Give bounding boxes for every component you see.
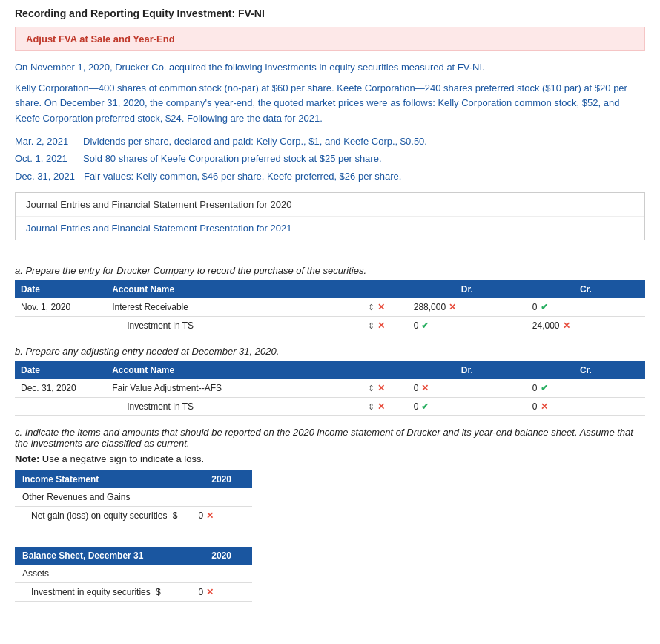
income-row2-label: Net gain (loss) on equity securities $ bbox=[15, 507, 191, 525]
event-date-1: Mar. 2, 2021 bbox=[15, 133, 74, 150]
cr-cell-b1: 0 ✔ bbox=[527, 379, 645, 398]
balance-row2-value: 0 ✕ bbox=[191, 583, 252, 602]
balance-value: 0 bbox=[198, 587, 203, 597]
cr-cell-b2: 0 ✕ bbox=[527, 398, 645, 416]
dr-value-a1: 288,000 bbox=[414, 302, 446, 312]
remove-icon-a1[interactable]: ✕ bbox=[377, 302, 385, 312]
date-cell-a1: Nov. 1, 2020 bbox=[15, 298, 106, 317]
cr-value-b2: 0 bbox=[532, 401, 538, 412]
note-text: Use a negative sign to indicate a loss. bbox=[39, 453, 204, 464]
intro-line1: On November 1, 2020, Drucker Co. acquire… bbox=[15, 60, 645, 75]
tab-2020[interactable]: Journal Entries and Financial Statement … bbox=[16, 193, 644, 217]
arrow-up-icon-a2[interactable]: ⇕ bbox=[368, 321, 374, 331]
section-c-label: c. Indicate the items and amounts that s… bbox=[15, 427, 645, 449]
col-cr-b: Cr. bbox=[527, 361, 645, 379]
cr-value-b1: 0 bbox=[532, 383, 538, 393]
controls-cell-a1: ⇕ ✕ bbox=[362, 298, 408, 317]
dr-value-b2: 0 bbox=[414, 401, 419, 412]
dr-value-a2: 0 bbox=[414, 321, 419, 331]
dr-cell-a2: 0 ✔ bbox=[408, 317, 527, 335]
account-cell-a1: Interest Receivable bbox=[106, 298, 362, 317]
controls-cell-b1: ⇕ ✕ bbox=[362, 379, 408, 398]
tab-row: Journal Entries and Financial Statement … bbox=[16, 193, 644, 240]
balance-x-icon[interactable]: ✕ bbox=[206, 587, 214, 597]
section-b-table: Date Account Name Dr. Cr. Dec. 31, 2020 … bbox=[15, 361, 645, 416]
section-a-label: a. Prepare the entry for Drucker Company… bbox=[15, 265, 645, 276]
cr-value-a1: 0 bbox=[532, 302, 538, 312]
adjust-banner: Adjust FVA at Sale and Year-End bbox=[15, 27, 645, 51]
arrow-up-icon-a1[interactable]: ⇕ bbox=[368, 303, 374, 312]
event-row-1: Mar. 2, 2021 Dividends per share, declar… bbox=[15, 133, 645, 150]
page-title: Recording and Reporting Equity Investmen… bbox=[15, 7, 645, 19]
section-c-note: Note: Use a negative sign to indicate a … bbox=[15, 453, 645, 464]
note-bold: Note: bbox=[15, 453, 39, 464]
balance-row2-label: Investment in equity securities $ bbox=[15, 583, 191, 602]
income-col-year: 2020 bbox=[191, 470, 252, 488]
income-row1-label: Other Revenues and Gains bbox=[15, 488, 191, 507]
remove-icon-b1[interactable]: ✕ bbox=[377, 383, 385, 393]
col-account-b: Account Name bbox=[106, 361, 362, 379]
balance-row1-label: Assets bbox=[15, 565, 191, 583]
remove-icon-b2[interactable]: ✕ bbox=[377, 401, 385, 412]
arrow-up-icon-b2[interactable]: ⇕ bbox=[368, 402, 374, 412]
table-row: Investment in TS ⇕ ✕ 0 ✔ 0 ✕ bbox=[15, 398, 645, 416]
cr-x-icon-b2[interactable]: ✕ bbox=[541, 401, 548, 412]
event-date-3: Dec. 31, 2021 bbox=[15, 168, 75, 185]
account-cell-b1: Fair Value Adjustment--AFS bbox=[106, 379, 362, 398]
tab-2021[interactable]: Journal Entries and Financial Statement … bbox=[16, 217, 644, 240]
col-date-a: Date bbox=[15, 280, 106, 298]
col-account-a: Account Name bbox=[106, 280, 362, 298]
dr-cell-a1: 288,000 ✕ bbox=[408, 298, 527, 317]
date-cell-b1: Dec. 31, 2020 bbox=[15, 379, 106, 398]
dr-x-icon-a1[interactable]: ✕ bbox=[449, 302, 456, 312]
income-row2-value: 0 ✕ bbox=[191, 507, 252, 525]
date-cell-b2 bbox=[15, 398, 106, 416]
income-col-label: Income Statement bbox=[15, 470, 191, 488]
dr-cell-b1: 0 ✕ bbox=[408, 379, 527, 398]
table-row: Investment in equity securities $ 0 ✕ bbox=[15, 583, 252, 602]
col-dr-a: Dr. bbox=[408, 280, 527, 298]
income-row2-prefix: $ bbox=[173, 510, 178, 521]
section-a-table: Date Account Name Dr. Cr. Nov. 1, 2020 I… bbox=[15, 280, 645, 335]
table-row: Assets bbox=[15, 565, 252, 583]
col-dr-b: Dr. bbox=[408, 361, 527, 379]
balance-row2-prefix: $ bbox=[156, 587, 161, 597]
dr-x-icon-b1[interactable]: ✕ bbox=[421, 383, 429, 393]
intro-line2: Kelly Corporation—400 shares of common s… bbox=[15, 81, 645, 127]
income-x-icon[interactable]: ✕ bbox=[206, 510, 214, 521]
section-b-label: b. Prepare any adjusting entry needed at… bbox=[15, 346, 645, 357]
table-row: Dec. 31, 2020 Fair Value Adjustment--AFS… bbox=[15, 379, 645, 398]
account-cell-b2: Investment in TS bbox=[106, 398, 362, 416]
income-value: 0 bbox=[198, 510, 203, 521]
dr-check-icon-a2[interactable]: ✔ bbox=[421, 321, 429, 331]
account-cell-a2: Investment in TS bbox=[106, 317, 362, 335]
balance-row1-value bbox=[191, 565, 252, 583]
table-row: Net gain (loss) on equity securities $ 0… bbox=[15, 507, 252, 525]
income-row1-value bbox=[191, 488, 252, 507]
cr-check-icon-a1[interactable]: ✔ bbox=[541, 302, 548, 312]
tabs-container: Journal Entries and Financial Statement … bbox=[15, 192, 645, 240]
controls-cell-b2: ⇕ ✕ bbox=[362, 398, 408, 416]
table-row: Nov. 1, 2020 Interest Receivable ⇕ ✕ 288… bbox=[15, 298, 645, 317]
event-desc-1: Dividends per share, declared and paid: … bbox=[83, 133, 427, 150]
date-cell-a2 bbox=[15, 317, 106, 335]
dr-value-b1: 0 bbox=[414, 383, 419, 393]
dr-cell-b2: 0 ✔ bbox=[408, 398, 527, 416]
col-controls-b bbox=[362, 361, 408, 379]
balance-col-label: Balance Sheet, December 31 bbox=[15, 547, 191, 565]
cr-cell-a2: 24,000 ✕ bbox=[527, 317, 645, 335]
balance-sheet-table: Balance Sheet, December 31 2020 Assets I… bbox=[15, 547, 252, 602]
dr-check-icon-b2[interactable]: ✔ bbox=[421, 401, 429, 412]
cr-x-icon-a2[interactable]: ✕ bbox=[563, 321, 570, 331]
event-desc-2: Sold 80 shares of Keefe Corporation pref… bbox=[83, 150, 382, 167]
cr-check-icon-b1[interactable]: ✔ bbox=[541, 383, 548, 393]
controls-cell-a2: ⇕ ✕ bbox=[362, 317, 408, 335]
cr-value-a2: 24,000 bbox=[532, 321, 560, 331]
event-row-2: Oct. 1, 2021 Sold 80 shares of Keefe Cor… bbox=[15, 150, 645, 167]
event-date-2: Oct. 1, 2021 bbox=[15, 150, 74, 167]
table-row: Investment in TS ⇕ ✕ 0 ✔ 24,000 ✕ bbox=[15, 317, 645, 335]
balance-col-year: 2020 bbox=[191, 547, 252, 565]
divider-1 bbox=[15, 254, 645, 254]
arrow-up-icon-b1[interactable]: ⇕ bbox=[368, 384, 374, 393]
remove-icon-a2[interactable]: ✕ bbox=[377, 321, 385, 331]
